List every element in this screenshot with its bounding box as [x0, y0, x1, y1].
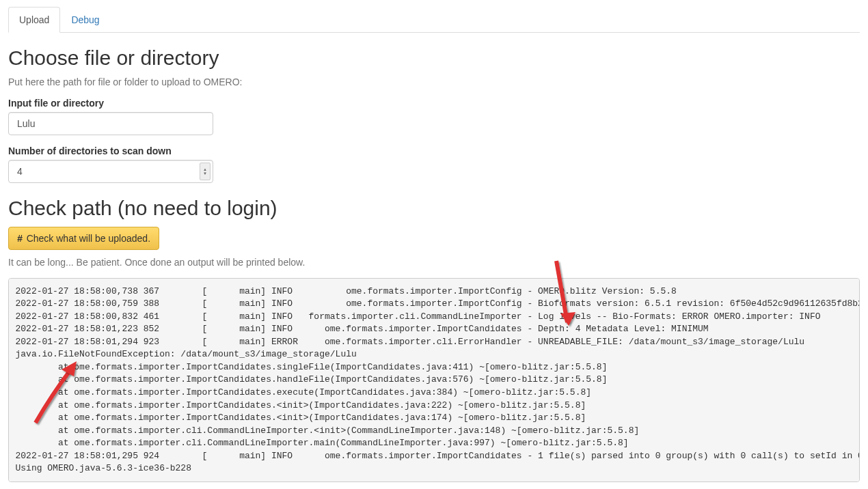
log-output: 2022-01-27 18:58:00,738 367 [ main] INFO… [8, 278, 860, 482]
tab-debug-link[interactable]: Debug [60, 7, 110, 33]
section-choose-title: Choose file or directory [8, 46, 860, 70]
patience-text: It can be long... Be patient. Once done … [8, 257, 860, 268]
section-check-title: Check path (no need to login) [8, 197, 860, 220]
spinner-down-icon[interactable] [200, 171, 210, 176]
input-file-group: Input file or directory [8, 98, 860, 135]
tab-upload[interactable]: Upload [8, 7, 60, 33]
depth-group: Number of directories to scan down [8, 145, 860, 183]
check-button-label: Check what will be uploaded. [27, 233, 150, 244]
depth-spinner[interactable] [200, 163, 211, 180]
depth-label: Number of directories to scan down [8, 145, 860, 156]
tab-debug[interactable]: Debug [60, 7, 110, 33]
tab-upload-link[interactable]: Upload [8, 7, 60, 33]
hash-icon: # [17, 233, 23, 244]
choose-help-text: Put here the path for file or folder to … [8, 76, 860, 87]
depth-field[interactable] [8, 160, 213, 183]
input-file-field[interactable] [8, 112, 213, 135]
input-file-label: Input file or directory [8, 98, 860, 109]
nav-tabs: Upload Debug [8, 7, 860, 33]
check-button[interactable]: # Check what will be uploaded. [8, 227, 159, 250]
